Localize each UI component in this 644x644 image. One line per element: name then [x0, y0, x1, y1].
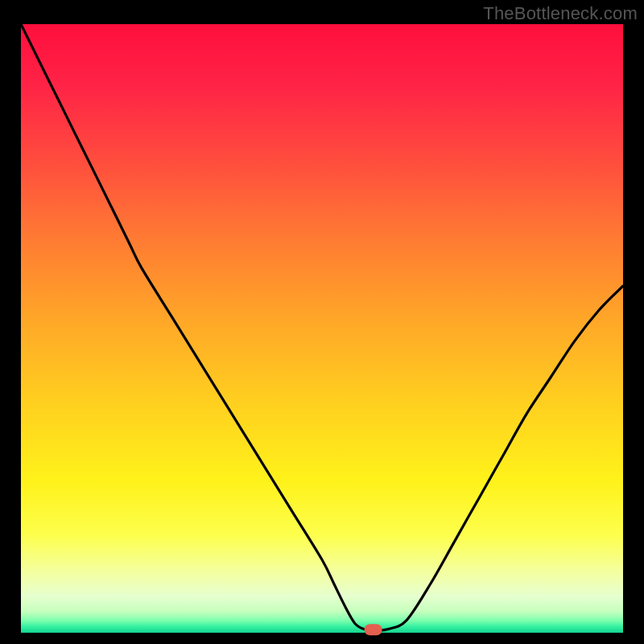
bottleneck-chart: TheBottleneck.com	[0, 0, 644, 644]
watermark-label: TheBottleneck.com	[483, 3, 638, 24]
plot-area	[21, 24, 623, 633]
optimum-marker	[365, 624, 382, 635]
gradient-background	[21, 24, 623, 633]
chart-svg	[0, 0, 644, 644]
